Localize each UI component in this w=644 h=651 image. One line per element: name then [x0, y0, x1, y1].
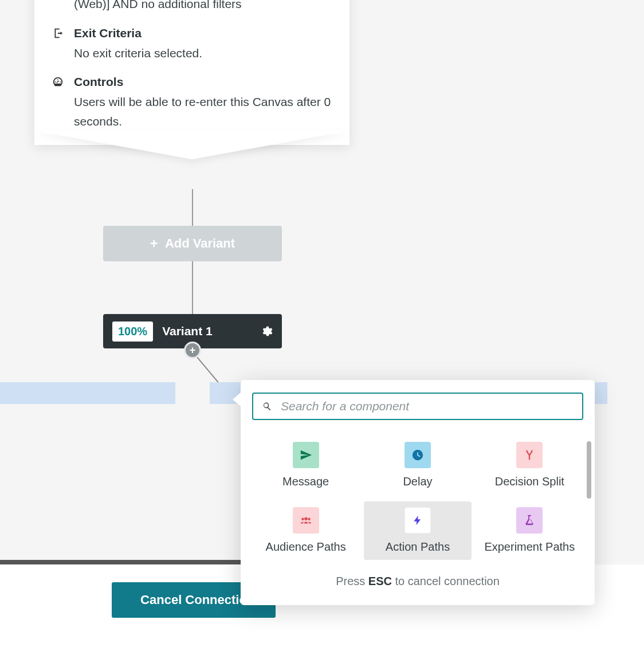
- plus-icon: +: [150, 236, 158, 252]
- users-icon: [293, 507, 319, 534]
- component-grid: Message Delay Decision Split Audience Pa…: [252, 436, 583, 560]
- component-decision-split[interactable]: Decision Split: [476, 436, 583, 495]
- flask-icon: [516, 507, 543, 534]
- exit-row: Exit Criteria No exit criteria selected.: [52, 26, 332, 63]
- add-variant-label: Add Variant: [165, 236, 235, 251]
- connector-line: [192, 189, 193, 226]
- search-icon: [261, 401, 273, 412]
- gear-icon[interactable]: [260, 325, 273, 338]
- exit-text: No exit criteria selected.: [74, 44, 202, 63]
- tile-label: Message: [282, 474, 329, 489]
- add-variant-button[interactable]: + Add Variant: [103, 226, 282, 261]
- component-message[interactable]: Message: [252, 436, 359, 495]
- controls-title: Controls: [74, 75, 332, 89]
- tile-label: Action Paths: [386, 539, 450, 554]
- bolt-icon: [405, 507, 431, 534]
- gauge-icon: [52, 76, 65, 88]
- add-step-node[interactable]: +: [184, 342, 201, 359]
- split-icon: [516, 442, 543, 468]
- search-field-wrapper[interactable]: [252, 393, 583, 420]
- exit-title: Exit Criteria: [74, 26, 202, 40]
- variant-name: Variant 1: [162, 324, 251, 338]
- connector-line: [192, 261, 193, 315]
- entry-text: (Web)] AND no additional filters: [74, 0, 242, 14]
- component-action-paths[interactable]: Action Paths: [364, 501, 471, 560]
- exit-icon: [52, 27, 65, 40]
- component-audience-paths[interactable]: Audience Paths: [252, 501, 359, 560]
- component-experiment-paths[interactable]: Experiment Paths: [476, 501, 583, 560]
- drop-zone: [0, 382, 175, 404]
- tile-label: Audience Paths: [266, 539, 346, 554]
- search-input[interactable]: [281, 399, 574, 413]
- entry-row: (Web)] AND no additional filters: [52, 0, 332, 14]
- esc-hint: Press ESC to cancel connection: [252, 575, 583, 588]
- tile-label: Delay: [403, 474, 432, 489]
- variant-percentage: 100%: [112, 321, 153, 342]
- controls-row: Controls Users will be able to re-enter …: [52, 75, 332, 131]
- scrollbar[interactable]: [587, 441, 591, 499]
- drop-zone: [594, 382, 607, 404]
- divider-bar: [0, 560, 275, 564]
- controls-text: Users will be able to re-enter this Canv…: [74, 92, 332, 131]
- tile-label: Decision Split: [495, 474, 564, 489]
- component-delay[interactable]: Delay: [364, 436, 471, 495]
- component-picker: Message Delay Decision Split Audience Pa…: [241, 380, 595, 605]
- settings-card: (Web)] AND no additional filters Exit Cr…: [34, 0, 350, 145]
- tile-label: Experiment Paths: [484, 539, 575, 554]
- paper-plane-icon: [293, 442, 319, 468]
- clock-icon: [405, 442, 431, 468]
